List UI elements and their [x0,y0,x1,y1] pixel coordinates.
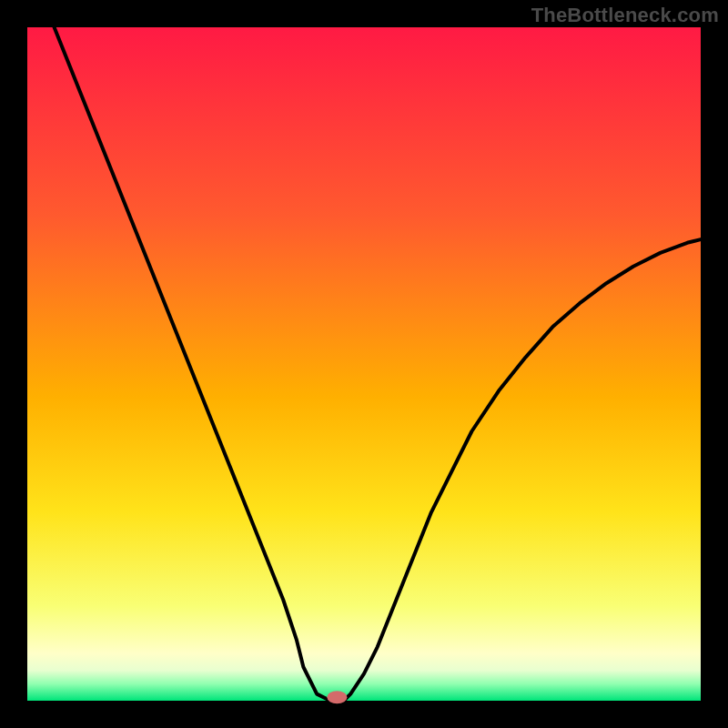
gradient-background [27,27,701,701]
bottleneck-chart [0,0,728,728]
minimum-marker [327,691,347,703]
chart-frame: TheBottleneck.com [0,0,728,728]
